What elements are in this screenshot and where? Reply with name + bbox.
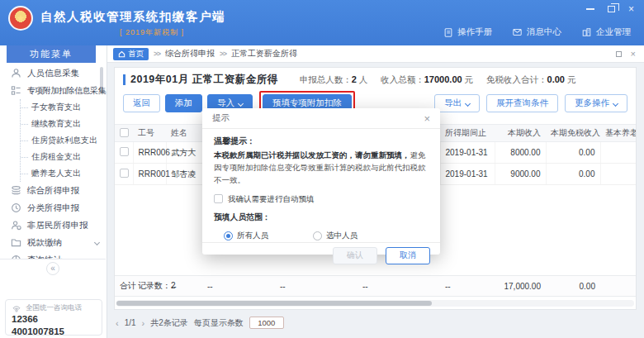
maximize-tab-icon[interactable] <box>616 51 622 57</box>
brand: ★ 自然人税收管理系统扣缴客户端 [ 2019年新税制 ] <box>8 6 225 38</box>
window-controls: × <box>586 5 634 13</box>
dialog-ok-button[interactable]: 确认 <box>333 247 377 264</box>
folder-icon <box>11 237 21 248</box>
summary-label: 合计 <box>115 276 133 297</box>
sidebar: 功能菜单 人员信息采集 专项附加扣除信息采集 子女教育支出 继续教育支出 住房贷… <box>0 45 107 338</box>
dialog-title: 提示 <box>212 112 230 124</box>
dialog-cancel-button[interactable]: 取消 <box>386 247 430 264</box>
breadcrumb-separator: >> <box>220 50 226 58</box>
more-actions-button[interactable]: 更多操作 <box>565 94 627 112</box>
horizontal-scrollbar[interactable] <box>116 300 634 307</box>
app-header: × ★ 自然人税收管理系统扣缴客户端 [ 2019年新税制 ] 操作手册 消息中… <box>0 0 644 45</box>
message-center-link[interactable]: 消息中心 <box>512 26 561 38</box>
phone-icon <box>12 304 21 313</box>
close-icon[interactable]: × <box>628 5 634 13</box>
summary-tax-free: 0.00 <box>546 276 600 297</box>
person-icon <box>11 68 21 79</box>
layers-icon <box>11 185 21 196</box>
emblem-logo: ★ <box>8 6 33 31</box>
chevron-down-icon <box>465 100 471 106</box>
page-size-input[interactable]: 1000 <box>249 317 284 329</box>
summary-pension: 0.00 <box>600 276 637 297</box>
sidebar-item-classified-income[interactable]: 分类所得申报 <box>0 199 107 217</box>
dialog-message: 本税款所属期已计税并据以发放工资的，请勿重新预填，避免因专项附加扣除信息变化导致… <box>214 149 429 187</box>
radio-all-personnel[interactable]: 所有人员 <box>224 229 313 241</box>
app-window: × ★ 自然人税收管理系统扣缴客户端 [ 2019年新税制 ] 操作手册 消息中… <box>0 0 644 338</box>
sidebar-item-housing-rent[interactable]: 住房租金支出 <box>21 149 107 165</box>
clock-icon <box>11 202 21 213</box>
minimize-icon[interactable] <box>586 8 594 10</box>
breadcrumb-level-1[interactable]: 综合所得申报 <box>165 48 215 60</box>
building-icon <box>581 27 592 37</box>
scope-label: 预填人员范围： <box>214 211 429 224</box>
special-deduction-submenu: 子女教育支出 继续教育支出 住房贷款利息支出 住房租金支出 赡养老人支出 <box>20 99 107 182</box>
sidebar-item-comprehensive-income[interactable]: 综合所得申报 <box>0 182 107 199</box>
prev-page-icon[interactable]: ‹ <box>116 318 119 328</box>
chevron-down-icon <box>613 100 618 106</box>
back-button[interactable]: 返回 <box>123 94 160 112</box>
radio-selected-personnel[interactable]: 选中人员 <box>313 229 402 241</box>
column-header-income[interactable]: 本期收入 <box>495 125 546 142</box>
select-all-checkbox[interactable] <box>120 128 129 137</box>
radio-unselected-icon[interactable] <box>313 231 322 240</box>
pagination: ‹ 1/1 › 共2条记录 每页显示条数 1000 <box>116 317 284 329</box>
sidebar-item-child-education[interactable]: 子女教育支出 <box>21 99 107 116</box>
row-checkbox[interactable] <box>120 147 129 156</box>
confirm-prefill-label: 我确认需要进行自动预填 <box>228 193 315 205</box>
sidebar-item-continuing-education[interactable]: 继续教育支出 <box>21 116 107 132</box>
dialog-warning-label: 温馨提示： <box>214 135 429 148</box>
summary-count: 记录数：2 <box>133 276 166 297</box>
dialog-close-icon[interactable]: × <box>424 113 430 124</box>
summary-stats: 申报总人数：2 人 收入总额：17000.00 元 免税收入合计：0.00 元 <box>300 74 576 86</box>
add-button[interactable]: 添加 <box>165 94 202 112</box>
column-header-work-id[interactable]: 工号 <box>133 125 166 142</box>
breadcrumb-level-2[interactable]: 正常工资薪金所得 <box>231 48 297 60</box>
expand-query-button[interactable]: 展开查询条件 <box>486 94 558 112</box>
app-title: 自然人税收管理系统扣缴客户端 <box>40 9 225 25</box>
sidebar-item-nonresident-income[interactable]: 非居民所得申报 <box>0 217 107 234</box>
hotline-label: 全国统一咨询电话 <box>26 303 82 313</box>
summary-income: 17,000.00 <box>495 276 546 297</box>
scrollbar-thumb[interactable] <box>116 301 432 306</box>
hotline-number-1: 12366 <box>12 313 96 326</box>
next-page-icon[interactable]: › <box>142 318 145 328</box>
chevron-down-icon <box>238 100 244 106</box>
confirm-prefill-checkbox[interactable] <box>214 194 223 203</box>
prompt-dialog: 提示 × 温馨提示： 本税款所属期已计税并据以发放工资的，请勿重新预填，避免因专… <box>202 108 440 255</box>
list-icon <box>11 85 21 96</box>
sidebar-item-elderly-support[interactable]: 赡养老人支出 <box>21 165 107 182</box>
person-badge-icon <box>11 220 21 231</box>
sidebar-collapse-bar: « <box>0 259 106 275</box>
total-records: 共2条记录 <box>150 317 188 329</box>
breadcrumb-separator: >> <box>154 50 160 58</box>
collapse-sidebar-button[interactable]: « <box>46 262 59 275</box>
manual-link[interactable]: 操作手册 <box>443 26 492 38</box>
page-title: 2019年01月 正常工资薪金所得 <box>130 73 278 87</box>
hotline-card: 全国统一咨询电话 12366 4001007815 <box>5 299 102 336</box>
summary-row: 合计 记录数：2 -- -- -- -- -- 17,000.00 0.00 0… <box>115 275 637 297</box>
sidebar-item-tax-payment[interactable]: 税款缴纳 <box>0 234 107 251</box>
sidebar-item-query-statistics[interactable]: 查询统计 <box>0 251 107 259</box>
sidebar-item-special-deduction[interactable]: 专项附加扣除信息采集 <box>0 82 107 99</box>
hotline-number-2: 4001007815 <box>12 326 96 338</box>
column-header-tax-free-income[interactable]: 本期免税收入 <box>546 125 600 142</box>
breadcrumb: 首页 >> 综合所得申报 >> 正常工资薪金所得 × <box>107 45 644 63</box>
sidebar-item-housing-loan-interest[interactable]: 住房贷款利息支出 <box>21 132 107 149</box>
mail-icon <box>512 27 523 37</box>
row-checkbox[interactable] <box>120 169 129 178</box>
export-button[interactable]: 导出 <box>434 94 480 112</box>
home-icon <box>118 50 125 58</box>
breadcrumb-home[interactable]: 首页 <box>113 48 149 60</box>
restore-icon[interactable] <box>608 6 615 12</box>
sidebar-item-personnel-info[interactable]: 人员信息采集 <box>0 64 107 82</box>
sidebar-menu: 人员信息采集 专项附加扣除信息采集 子女教育支出 继续教育支出 住房贷款利息支出… <box>0 64 107 259</box>
column-header-pension[interactable]: 基本养老保险 <box>600 125 637 142</box>
app-subtitle: [ 2019年新税制 ] <box>120 27 225 38</box>
radio-selected-icon[interactable] <box>224 231 233 240</box>
column-header-period-end[interactable]: 所得期间止 <box>440 125 495 142</box>
close-tab-icon[interactable]: × <box>631 50 636 58</box>
chevron-down-icon <box>94 240 100 245</box>
enterprise-link[interactable]: 企业管理 <box>581 26 631 38</box>
document-icon <box>443 27 453 38</box>
column-header-name[interactable]: 姓名 <box>166 125 202 142</box>
